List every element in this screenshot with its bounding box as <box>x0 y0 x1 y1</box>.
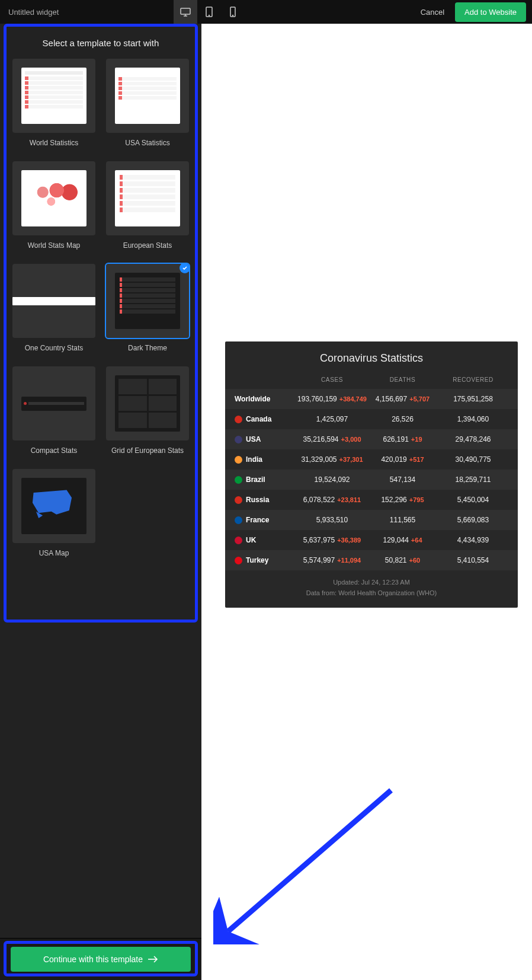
country-name: USA <box>235 435 297 443</box>
stat-row: Russia6,078,522+23,811152,296+7955,450,0… <box>225 490 518 510</box>
mobile-icon <box>230 7 236 17</box>
cases-value: 5,574,997+11,094 <box>297 556 367 564</box>
stat-row: India31,329,005+37,301420,019+51730,490,… <box>225 449 518 470</box>
template-card-compact-stats[interactable]: Compact Stats <box>11 366 97 462</box>
deaths-value: 626,191+19 <box>367 435 438 443</box>
desktop-tab[interactable] <box>174 0 197 24</box>
mobile-tab[interactable] <box>221 0 245 24</box>
template-card-dark-theme[interactable]: Dark Theme <box>104 264 191 359</box>
deaths-value: 111,565 <box>367 516 438 524</box>
template-card-european-stats[interactable]: European Stats <box>104 161 191 257</box>
flag-icon <box>235 516 242 524</box>
template-label: World Statistics <box>30 139 78 147</box>
template-card-world-stats-map[interactable]: World Stats Map <box>11 161 97 257</box>
flag-icon <box>235 557 242 564</box>
template-label: World Stats Map <box>28 241 80 250</box>
cases-value: 19,524,092 <box>297 475 367 484</box>
flag-icon <box>235 476 242 484</box>
recovered-value: 5,450,004 <box>438 496 508 504</box>
footer-updated: Updated: Jul 24, 12:23 AM <box>225 577 518 588</box>
deaths-value: 420,019+517 <box>367 455 438 464</box>
svg-line-8 <box>228 790 391 931</box>
template-card-usa-statistics[interactable]: USA Statistics <box>104 59 191 154</box>
check-icon <box>180 264 189 273</box>
country-name: UK <box>235 536 297 544</box>
svg-rect-0 <box>181 8 190 14</box>
template-card-one-country-stats[interactable]: One Country Stats <box>11 264 97 359</box>
annotation-arrow <box>213 778 403 944</box>
flag-icon <box>235 456 242 464</box>
svg-point-6 <box>232 15 233 16</box>
cases-value: 1,425,097 <box>297 415 367 423</box>
template-card-grid-of-european-stats[interactable]: Grid of European Stats <box>104 366 191 462</box>
stat-row: UK5,637,975+36,389129,044+644,434,939 <box>225 530 518 550</box>
widget-title: Untitled widget <box>0 8 174 17</box>
template-thumbnail <box>12 59 95 133</box>
footer-source: Data from: World Health Organization (WH… <box>225 588 518 599</box>
cases-value: 5,933,510 <box>297 516 367 524</box>
preview-widget: Coronavirus Statistics CASES DEATHS RECO… <box>225 341 518 608</box>
cases-value: 35,216,594+3,000 <box>297 435 367 443</box>
country-name: Canada <box>235 415 297 423</box>
stat-row: Brazil19,524,092547,13418,259,711 <box>225 470 518 490</box>
stat-row: Turkey5,574,997+11,09450,821+605,410,554 <box>225 550 518 570</box>
template-label: Grid of European Stats <box>111 446 184 455</box>
deaths-value: 547,134 <box>367 475 438 484</box>
svg-point-4 <box>209 15 209 16</box>
template-card-world-statistics[interactable]: World Statistics <box>11 59 97 154</box>
country-name: India <box>235 455 297 464</box>
template-label: USA Map <box>39 549 69 557</box>
cancel-button[interactable]: Cancel <box>410 8 455 17</box>
country-name: Worldwide <box>235 395 297 403</box>
deaths-value: 50,821+60 <box>367 556 438 564</box>
template-card-usa-map[interactable]: USA Map <box>11 469 97 564</box>
stat-header: CASES DEATHS RECOVERED <box>225 373 518 389</box>
country-name: Brazil <box>235 475 297 484</box>
flag-icon <box>235 496 242 504</box>
continue-button[interactable]: Continue with this template <box>11 947 191 972</box>
panel-title: Select a template to start with <box>0 24 201 59</box>
template-panel: Select a template to start with World St… <box>0 24 201 980</box>
stat-row: France5,933,510111,5655,669,083 <box>225 510 518 530</box>
template-label: Compact Stats <box>31 446 78 455</box>
tablet-tab[interactable] <box>197 0 221 24</box>
device-tabs <box>174 0 245 24</box>
cases-value: 5,637,975+36,389 <box>297 536 367 544</box>
deaths-value: 129,044+64 <box>367 536 438 544</box>
recovered-value: 175,951,258 <box>438 395 508 403</box>
add-to-website-button[interactable]: Add to Website <box>455 2 526 22</box>
desktop-icon <box>180 7 191 17</box>
template-thumbnail <box>106 59 189 133</box>
template-thumbnail <box>12 161 95 235</box>
recovered-value: 4,434,939 <box>438 536 508 544</box>
country-name: Russia <box>235 496 297 504</box>
template-label: Dark Theme <box>128 344 167 352</box>
top-bar: Untitled widget Cancel Add to Website <box>0 0 532 24</box>
arrow-right-icon <box>148 956 158 963</box>
tablet-icon <box>205 7 213 17</box>
deaths-value: 26,526 <box>367 415 438 423</box>
template-thumbnail <box>12 366 95 440</box>
country-name: Turkey <box>235 556 297 564</box>
recovered-value: 29,478,246 <box>438 435 508 443</box>
preview-title: Coronavirus Statistics <box>225 341 518 373</box>
cases-value: 193,760,159+384,749 <box>297 395 367 403</box>
template-thumbnail <box>106 161 189 235</box>
template-thumbnail <box>12 264 95 338</box>
preview-footer: Updated: Jul 24, 12:23 AM Data from: Wor… <box>225 570 518 608</box>
cases-value: 31,329,005+37,301 <box>297 455 367 464</box>
continue-label: Continue with this template <box>43 955 143 964</box>
template-thumbnail <box>106 264 189 338</box>
cases-value: 6,078,522+23,811 <box>297 496 367 504</box>
template-label: European Stats <box>123 241 172 250</box>
stat-row: Canada1,425,09726,5261,394,060 <box>225 409 518 429</box>
flag-icon <box>235 416 242 423</box>
recovered-value: 30,490,775 <box>438 455 508 464</box>
template-thumbnail <box>12 469 95 543</box>
stat-row: Worldwide193,760,159+384,7494,156,697+5,… <box>225 389 518 409</box>
recovered-value: 5,410,554 <box>438 556 508 564</box>
recovered-value: 1,394,060 <box>438 415 508 423</box>
template-label: USA Statistics <box>125 139 169 147</box>
flag-icon <box>235 537 242 544</box>
template-label: One Country Stats <box>25 344 84 352</box>
